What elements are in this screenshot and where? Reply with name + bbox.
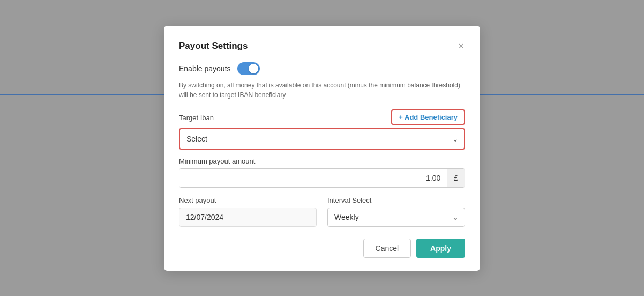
target-iban-select[interactable]: Select [179, 128, 465, 150]
bottom-fields-row: Next payout Interval Select Weekly Daily… [179, 196, 465, 227]
next-payout-input[interactable] [179, 208, 317, 227]
interval-field: Interval Select Weekly Daily Monthly ⌄ [327, 196, 465, 227]
minimum-payout-row: Minimum payout amount £ [179, 157, 465, 188]
next-payout-label: Next payout [179, 196, 317, 204]
target-iban-label: Target Iban [179, 114, 214, 122]
action-buttons-row: Cancel Apply [179, 239, 465, 258]
modal-header: Payout Settings × [179, 41, 465, 51]
target-iban-select-wrapper: Select ⌄ [179, 128, 465, 150]
add-beneficiary-button[interactable]: + Add Beneficiary [391, 109, 465, 125]
interval-label: Interval Select [327, 196, 465, 204]
close-button[interactable]: × [457, 41, 465, 51]
enable-payouts-label: Enable payouts [179, 64, 231, 73]
add-beneficiary-label: + Add Beneficiary [399, 113, 458, 121]
interval-select-wrapper: Weekly Daily Monthly ⌄ [327, 208, 465, 227]
cancel-button[interactable]: Cancel [363, 239, 411, 258]
currency-badge: £ [447, 169, 465, 187]
minimum-payout-input[interactable] [179, 169, 447, 187]
enable-payouts-toggle[interactable] [237, 62, 260, 75]
interval-select[interactable]: Weekly Daily Monthly [327, 208, 465, 227]
toggle-slider[interactable] [237, 62, 260, 75]
minimum-payout-label: Minimum payout amount [179, 157, 465, 165]
enable-payouts-description: By switching on, all money that is avail… [179, 80, 465, 100]
apply-button[interactable]: Apply [416, 239, 465, 258]
payout-settings-modal: Payout Settings × Enable payouts By swit… [164, 26, 480, 271]
enable-payouts-row: Enable payouts [179, 62, 465, 75]
next-payout-field: Next payout [179, 196, 317, 227]
amount-input-wrapper: £ [179, 168, 465, 188]
modal-title: Payout Settings [179, 41, 248, 51]
target-iban-row: Target Iban + Add Beneficiary [179, 109, 465, 125]
